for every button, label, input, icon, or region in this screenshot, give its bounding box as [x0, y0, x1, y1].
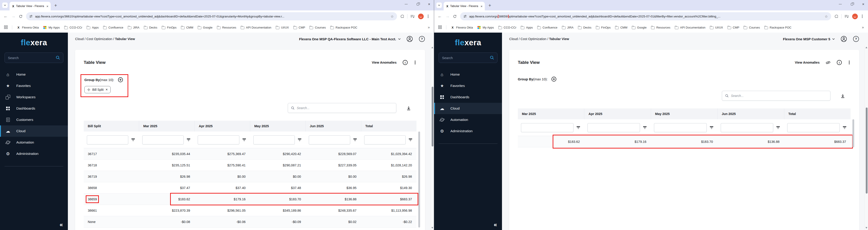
tab-close-icon[interactable]: × [480, 4, 483, 8]
bookmark-star-icon[interactable]: ☆ [825, 14, 828, 19]
extensions-puzzle-icon[interactable] [400, 15, 404, 18]
sidebar-collapse-button[interactable]: « [494, 221, 497, 228]
apps-grid-icon[interactable] [4, 25, 8, 30]
filter-icon[interactable] [408, 138, 412, 142]
bookmark-item[interactable]: Confluence [103, 26, 123, 29]
add-group-by-button[interactable] [551, 77, 557, 82]
bookmark-item[interactable]: My Apps [43, 26, 60, 29]
filter-icon[interactable] [242, 138, 246, 142]
sidebar-item[interactable]: Automation [0, 137, 68, 148]
bookmark-item[interactable]: CMP [727, 26, 739, 29]
bookmark-item[interactable]: Courses [309, 26, 326, 29]
column-filter-input[interactable] [364, 135, 406, 144]
bookmark-item[interactable]: Rackspace POC [764, 26, 791, 29]
chip-remove-icon[interactable]: × [106, 88, 108, 91]
bookmark-item[interactable]: Rackspace POC [330, 26, 357, 29]
bookmark-item[interactable]: CCO-CCr [64, 26, 82, 29]
table-search[interactable] [288, 103, 396, 113]
column-header[interactable]: Jun 2025 [717, 109, 784, 119]
bookmark-item[interactable]: Resources [217, 26, 236, 29]
filter-icon[interactable] [353, 138, 357, 142]
close-button[interactable]: × [428, 2, 430, 6]
filter-icon[interactable] [187, 138, 190, 142]
bookmark-item[interactable]: CMM [615, 26, 627, 29]
drag-move-icon[interactable] [87, 88, 90, 91]
new-tab-button[interactable]: + [488, 3, 491, 8]
scrollbar-thumb[interactable] [866, 108, 868, 194]
browser-menu-icon[interactable] [428, 16, 429, 17]
column-header[interactable]: Jun 2025 [305, 121, 361, 132]
restore-button[interactable] [417, 3, 419, 5]
minimize-button[interactable] [839, 4, 842, 4]
table-search[interactable] [722, 91, 831, 101]
url-bar[interactable]: app.flexera.com/orgs/38659/optima/tabula… [460, 12, 831, 20]
sidebar-collapse-button[interactable]: « [60, 221, 63, 228]
extensions-puzzle-icon[interactable] [835, 15, 838, 18]
column-filter-input[interactable] [787, 123, 840, 132]
apps-grid-icon[interactable] [438, 25, 442, 30]
scroll-up-arrow[interactable] [866, 47, 867, 48]
view-anomalies-link[interactable]: View Anomalies [372, 61, 397, 64]
filter-icon[interactable] [776, 126, 780, 129]
url-bar[interactable]: app.flexera.com/orgs/36610/optima/tabula… [26, 12, 397, 20]
restore-button[interactable] [851, 3, 853, 5]
minimize-button[interactable] [405, 4, 408, 4]
bookmark-item[interactable]: FinOps [161, 26, 177, 29]
column-header[interactable]: May 2025 [250, 121, 305, 132]
table-scrollbar[interactable] [852, 119, 854, 147]
bookmark-item[interactable]: Google [631, 26, 647, 29]
org-selector[interactable]: Flexera One MSP Customer 5 [783, 37, 835, 41]
bookmark-item[interactable]: Apps [521, 26, 533, 29]
browser-tab[interactable]: X Tabular View - Flexera × [444, 2, 485, 10]
bookmark-item[interactable]: API Documentation [241, 26, 271, 29]
table-search-input[interactable] [731, 94, 827, 97]
bookmark-star-icon[interactable]: ☆ [391, 14, 394, 19]
info-icon[interactable]: i [837, 60, 842, 65]
help-icon[interactable]: ? [853, 36, 859, 42]
view-anomalies-link[interactable]: View Anomalies [795, 61, 819, 64]
column-header[interactable]: May 2025 [651, 109, 717, 119]
forward-button[interactable]: → [444, 14, 451, 19]
sidebar-item[interactable]: Automation [434, 114, 502, 125]
column-header[interactable]: Bill Split [84, 121, 139, 132]
sidebar-item[interactable]: Dashboards [434, 91, 502, 103]
column-header[interactable]: Total [784, 109, 850, 119]
filter-icon[interactable] [577, 126, 580, 129]
filter-icon[interactable] [298, 138, 302, 142]
bookmarks-overflow-icon[interactable]: » [428, 25, 430, 29]
back-button[interactable]: ← [436, 14, 444, 19]
breadcrumb[interactable]: Cloud / Cost Optimization / Tabular View [509, 37, 777, 41]
download-icon[interactable] [406, 106, 411, 111]
filter-icon[interactable] [843, 126, 846, 129]
sidebar-item[interactable]: Favorites [434, 80, 502, 91]
site-settings-icon[interactable] [463, 15, 467, 18]
extension-avatar-icon[interactable] [418, 13, 424, 19]
column-filter-input[interactable] [87, 135, 128, 144]
sidebar-item[interactable]: Administration [0, 148, 68, 160]
close-button[interactable]: × [862, 2, 864, 6]
group-by-chip[interactable]: Bill Split × [84, 86, 111, 93]
bookmark-item[interactable]: Google [197, 26, 212, 29]
column-header[interactable]: Apr 2025 [194, 121, 250, 132]
bookmark-item[interactable]: UI/UX [710, 26, 723, 29]
scroll-down-arrow[interactable] [866, 227, 867, 229]
reload-button[interactable] [453, 15, 457, 18]
info-icon[interactable]: i [402, 60, 408, 65]
filter-icon[interactable] [710, 126, 713, 129]
sidebar-item[interactable]: Customers [0, 114, 68, 125]
scrollbar-thumb[interactable] [432, 87, 433, 146]
back-button[interactable]: ← [2, 14, 9, 19]
sidebar-item[interactable]: Cloud [434, 103, 502, 114]
add-group-by-button[interactable] [118, 77, 123, 82]
column-filter-input[interactable] [521, 123, 574, 132]
column-header[interactable]: Mar 2025 [518, 109, 584, 119]
bookmark-item[interactable]: CMM [181, 26, 193, 29]
bookmark-item[interactable]: Courses [744, 26, 760, 29]
new-tab-button[interactable]: + [54, 3, 57, 8]
bookmark-item[interactable]: FinOps [596, 26, 611, 29]
scroll-up-arrow[interactable] [431, 47, 433, 48]
bookmark-item[interactable]: Confluence [537, 26, 557, 29]
table-scrollbar[interactable] [418, 132, 420, 228]
bookmark-item[interactable]: CCO-CCr [498, 26, 516, 29]
sidebar-search-input[interactable] [442, 56, 488, 60]
